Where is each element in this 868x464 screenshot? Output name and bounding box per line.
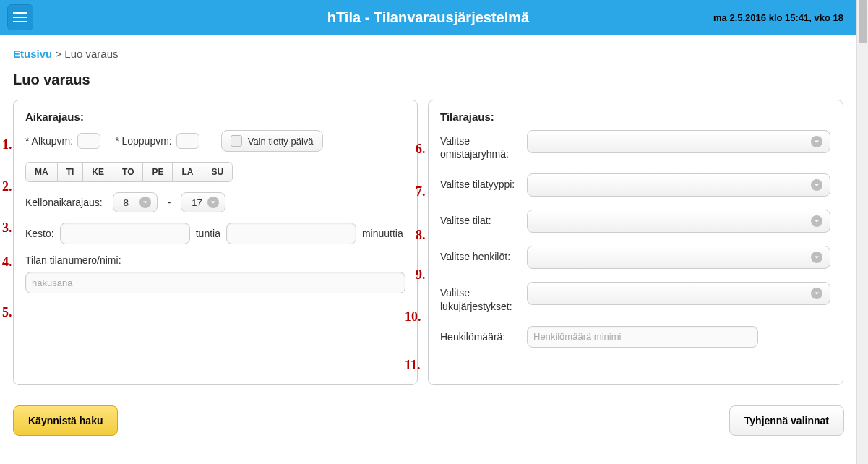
start-date-label: * Alkupvm: bbox=[25, 135, 73, 147]
weekday-to[interactable]: TO bbox=[113, 163, 143, 181]
annotation-7: 7. bbox=[416, 184, 426, 199]
annotation-6: 6. bbox=[416, 142, 426, 157]
clear-selections-button[interactable]: Tyhjennä valinnat bbox=[729, 405, 844, 436]
time-from-select[interactable]: 8 bbox=[113, 192, 158, 212]
annotation-11: 11. bbox=[405, 358, 421, 373]
annotation-8: 8. bbox=[416, 228, 426, 243]
chevron-down-icon bbox=[139, 197, 151, 208]
annotation-9: 9. bbox=[416, 267, 426, 283]
persons-label: Valitse henkilöt: bbox=[440, 246, 527, 263]
chevron-down-icon bbox=[811, 215, 822, 227]
time-range-label: Kellonaikarajaus: bbox=[25, 197, 103, 208]
checkbox-icon bbox=[231, 135, 242, 147]
rooms-label: Valitse tilat: bbox=[440, 210, 527, 227]
person-count-label: Henkilömäärä: bbox=[440, 326, 527, 343]
breadcrumb-current: Luo varaus bbox=[64, 48, 118, 60]
time-to-value: 17 bbox=[192, 197, 202, 208]
annotation-10: 10. bbox=[405, 309, 421, 325]
duration-minutes-input[interactable] bbox=[226, 223, 356, 244]
breadcrumb-home[interactable]: Etusivu bbox=[13, 48, 52, 60]
breadcrumb-sep: > bbox=[55, 48, 61, 60]
annotation-4: 4. bbox=[2, 254, 12, 270]
chevron-down-icon bbox=[811, 179, 822, 191]
minutes-label: minuuttia bbox=[362, 228, 403, 239]
chevron-down-icon bbox=[811, 136, 822, 147]
time-from-value: 8 bbox=[124, 197, 129, 208]
persons-select[interactable] bbox=[527, 246, 830, 269]
chevron-down-icon bbox=[811, 252, 822, 263]
app-title: hTila - Tilanvarausjärjestelmä bbox=[327, 9, 529, 26]
weekday-ti[interactable]: TI bbox=[58, 163, 84, 181]
weekday-pe[interactable]: PE bbox=[143, 163, 173, 181]
room-filter-title: Tilarajaus: bbox=[440, 111, 831, 123]
page-title: Luo varaus bbox=[13, 72, 843, 88]
time-dash: - bbox=[168, 197, 171, 208]
breadcrumb: Etusivu > Luo varaus bbox=[13, 48, 843, 60]
room-search-label: Tilan tilanumero/nimi: bbox=[25, 254, 121, 266]
only-specific-day-label: Vain tietty päivä bbox=[248, 136, 314, 147]
time-filter-title: Aikarajaus: bbox=[25, 111, 405, 123]
duration-hours-input[interactable] bbox=[60, 223, 190, 244]
annotation-5: 5. bbox=[2, 305, 12, 320]
rooms-select[interactable] bbox=[527, 210, 830, 233]
menu-button[interactable] bbox=[7, 4, 33, 30]
header-datetime: ma 2.5.2016 klo 15:41, vko 18 bbox=[713, 12, 843, 23]
time-to-select[interactable]: 17 bbox=[181, 192, 225, 212]
only-specific-day-toggle[interactable]: Vain tietty päivä bbox=[221, 130, 323, 152]
annotation-2: 2. bbox=[2, 179, 12, 194]
annotation-1: 1. bbox=[2, 137, 12, 152]
owner-group-label: Valitse omistajaryhmä: bbox=[440, 130, 527, 160]
annotation-3: 3. bbox=[2, 220, 12, 236]
chevron-down-icon bbox=[207, 197, 219, 208]
weekday-ma[interactable]: MA bbox=[26, 163, 58, 181]
weekday-su[interactable]: SU bbox=[202, 163, 232, 181]
start-search-button[interactable]: Käynnistä haku bbox=[13, 405, 118, 436]
panel-time-filter: Aikarajaus: * Alkupvm: * Loppupvm: Vain … bbox=[13, 100, 418, 385]
curricula-label: Valitse lukujärjestykset: bbox=[440, 282, 527, 312]
app-header: hTila - Tilanvarausjärjestelmä ma 2.5.20… bbox=[0, 0, 856, 35]
room-type-label: Valitse tilatyyppi: bbox=[440, 173, 527, 191]
duration-label: Kesto: bbox=[25, 228, 54, 239]
weekday-la[interactable]: LA bbox=[173, 163, 202, 181]
hours-label: tuntia bbox=[196, 228, 220, 239]
scrollbar-thumb[interactable] bbox=[859, 0, 867, 43]
vertical-scrollbar[interactable] bbox=[856, 0, 868, 464]
curricula-select[interactable] bbox=[527, 282, 830, 305]
end-date-input[interactable] bbox=[176, 133, 199, 149]
weekday-selector: MA TI KE TO PE LA SU bbox=[25, 162, 233, 182]
room-search-input[interactable] bbox=[25, 272, 405, 293]
room-type-select[interactable] bbox=[527, 173, 830, 197]
weekday-ke[interactable]: KE bbox=[83, 163, 113, 181]
chevron-down-icon bbox=[811, 288, 822, 299]
person-count-input[interactable] bbox=[527, 326, 758, 348]
start-date-input[interactable] bbox=[77, 133, 100, 149]
end-date-label: * Loppupvm: bbox=[115, 135, 172, 147]
owner-group-select[interactable] bbox=[527, 130, 830, 153]
panel-room-filter: Tilarajaus: Valitse omistajaryhmä: Valit… bbox=[428, 100, 843, 385]
